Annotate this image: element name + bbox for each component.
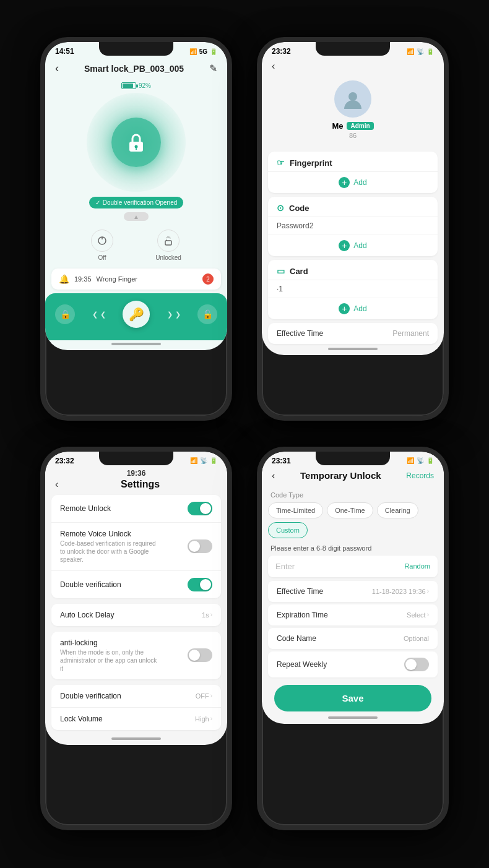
lock-glow[interactable] <box>87 93 186 192</box>
alert-badge: 2 <box>202 273 214 285</box>
custom-btn[interactable]: Custom <box>268 522 308 538</box>
phone3-wrapper: 23:32 📶 📡 🔋 19:36 ‹ Settings <box>40 447 232 830</box>
phone3-notch <box>99 452 173 465</box>
anti-lock-row[interactable]: anti-locking When the mode is on, only t… <box>51 632 221 679</box>
save-button[interactable]: Save <box>274 685 431 711</box>
code-title: Code <box>289 204 309 213</box>
code-section: ⊙ Code Password2 + Add <box>268 197 438 256</box>
phone2-time: 23:32 <box>272 47 291 56</box>
phone1-screen: 14:51 📶 5G 🔋 ‹ Smart lock_PB_003_005 ✎ <box>45 42 227 350</box>
fingerprint-icon: ☞ <box>277 158 285 168</box>
code-name-label: Code Name <box>277 634 316 643</box>
code-add-row[interactable]: + Add <box>268 235 438 256</box>
battery4-icon: 🔋 <box>426 457 434 464</box>
code-item[interactable]: Password2 <box>268 217 438 235</box>
effective-time-row[interactable]: Effective Time 11-18-2023 19:36 › <box>268 581 438 602</box>
phone1-wrapper: 14:51 📶 5G 🔋 ‹ Smart lock_PB_003_005 ✎ <box>40 37 232 421</box>
battery-indicator: 92% <box>121 82 151 89</box>
time-limited-btn[interactable]: Time-Limited <box>268 502 323 518</box>
phone1-status-icons: 📶 5G 🔋 <box>189 48 217 55</box>
arrow-right2[interactable]: ❯ <box>175 311 181 319</box>
anti-lock-label: anti-locking <box>60 638 159 647</box>
battery-icon: 🔋 <box>210 48 217 55</box>
phone2-home-bar <box>328 348 378 350</box>
phone4-notch <box>316 452 390 465</box>
edit-icon[interactable]: ✎ <box>209 62 217 74</box>
chevron-right2-icon: › <box>210 692 212 699</box>
settings-list: Remote Unlock Remote Voice Unlock Code-b… <box>45 495 227 735</box>
action-buttons: Off Unlocked <box>45 225 227 266</box>
admin-badge: Admin <box>347 122 373 130</box>
key-center-btn[interactable]: 🔑 <box>123 301 150 328</box>
bell-icon: 🔔 <box>59 274 69 284</box>
anti-lock-toggle[interactable] <box>188 648 212 662</box>
repeat-weekly-toggle[interactable] <box>404 658 429 671</box>
phone2-screen: 23:32 📶 📡 🔋 ‹ <box>262 42 444 355</box>
back-icon[interactable]: ‹ <box>55 62 59 75</box>
card-item[interactable]: ·1 <box>268 280 438 298</box>
lock-volume-row[interactable]: Lock Volume High › <box>51 708 221 730</box>
phone3-home-bar <box>111 737 161 740</box>
lock-icon-circle <box>111 118 161 167</box>
wifi3-icon: 📡 <box>200 457 207 464</box>
remote-voice-row[interactable]: Remote Voice Unlock Code-based verificat… <box>51 523 221 571</box>
code-type-label: Code Type <box>268 491 438 499</box>
phone3-back-icon[interactable]: ‹ <box>55 479 58 490</box>
unlocked-button[interactable]: Unlocked <box>155 230 181 261</box>
auto-lock-row[interactable]: Auto Lock Delay 1s › <box>51 604 221 626</box>
repeat-weekly-label: Repeat Weekly <box>277 660 327 669</box>
fingerprint-add-icon: + <box>339 177 350 188</box>
card-icon: ▭ <box>277 266 285 276</box>
auto-lock-val: 1s › <box>202 611 212 619</box>
arrow-left1[interactable]: ❮ <box>92 311 98 319</box>
remote-unlock-row[interactable]: Remote Unlock <box>51 495 221 523</box>
form-section: Code Type Time-Limited One-Time Clearing… <box>262 491 444 711</box>
check-icon: ✓ <box>95 199 100 206</box>
effective-time-val: Permanent <box>392 329 429 338</box>
expiration-row[interactable]: Expiration Time Select › <box>268 604 438 625</box>
alert-left: 🔔 19:35 Wrong Finger <box>59 274 137 284</box>
double-verify-row[interactable]: Double verification <box>51 571 221 598</box>
double-verify-toggle[interactable] <box>188 578 212 591</box>
phone1-notch <box>99 42 173 56</box>
code-name-row[interactable]: Code Name Optional <box>268 628 438 649</box>
lock-left-btn[interactable]: 🔒 <box>55 304 75 324</box>
random-btn[interactable]: Random <box>404 562 430 570</box>
card-add-row[interactable]: + Add <box>268 298 438 319</box>
toggle-knob3 <box>200 579 211 590</box>
phone4-time: 23:31 <box>272 457 291 465</box>
arrow-right1[interactable]: ❯ <box>167 311 173 319</box>
code-icon: ⊙ <box>277 203 284 213</box>
enter-placeholder[interactable]: Enter <box>275 562 404 571</box>
one-time-btn[interactable]: One-Time <box>327 502 373 518</box>
unlock-arrow[interactable]: ▲ <box>124 212 149 221</box>
phone3-screen: 23:32 📶 📡 🔋 19:36 ‹ Settings <box>45 452 227 745</box>
code-name-val: Optional <box>404 635 429 642</box>
network-label: 5G <box>199 48 207 55</box>
remote-unlock-toggle[interactable] <box>188 502 212 515</box>
remote-voice-toggle[interactable] <box>188 539 212 553</box>
signal2-icon: 📶 <box>407 48 414 55</box>
inner-time: 19:36 <box>127 469 146 478</box>
lock-right-btn[interactable]: 🔓 <box>197 304 217 324</box>
remote-voice-label: Remote Voice Unlock <box>60 530 159 538</box>
profile-name: Me <box>332 121 343 131</box>
svg-point-1 <box>135 145 138 148</box>
double-verify-nav-row[interactable]: Double verification OFF › <box>51 685 221 708</box>
clearing-btn[interactable]: Clearing <box>377 502 418 518</box>
anti-lock-sub: When the mode is on, only the administra… <box>60 648 159 672</box>
lock-volume-val: High › <box>195 715 212 723</box>
records-link[interactable]: Records <box>406 471 434 480</box>
fingerprint-add-label: Add <box>353 178 366 187</box>
phone2-wrapper: 23:32 📶 📡 🔋 ‹ <box>257 37 449 421</box>
remote-voice-sub: Code-based verification is required to u… <box>60 539 159 564</box>
off-button[interactable]: Off <box>91 230 113 261</box>
card-section: ▭ Card ·1 + Add <box>268 260 438 319</box>
inner-time-row: 19:36 <box>55 469 217 478</box>
fingerprint-add-row[interactable]: + Add <box>268 172 438 193</box>
arrow-left2[interactable]: ❮ <box>100 311 106 319</box>
effective-time-label2: Effective Time <box>277 587 323 596</box>
phone4-back-icon[interactable]: ‹ <box>272 470 275 481</box>
phone2-back-icon[interactable]: ‹ <box>272 61 275 72</box>
card-add-icon: + <box>339 303 350 314</box>
